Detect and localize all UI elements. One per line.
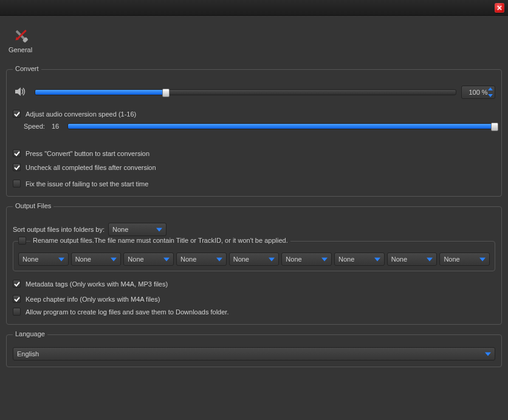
group-language: Language English <box>6 334 502 367</box>
fix-start-time-checkbox[interactable] <box>13 180 21 188</box>
volume-spin-up[interactable] <box>488 87 493 90</box>
tab-general[interactable]: General <box>9 27 32 53</box>
rename-placeholder-value: None <box>128 256 143 263</box>
speed-slider[interactable] <box>67 123 495 129</box>
chevron-down-icon <box>427 258 433 262</box>
sort-label: Sort output files into folders by: <box>13 226 105 233</box>
volume-slider[interactable] <box>35 89 456 95</box>
rename-placeholder-1[interactable]: None <box>18 252 69 266</box>
sort-row: Sort output files into folders by: None <box>13 223 495 236</box>
rename-placeholder-2[interactable]: None <box>71 252 122 266</box>
chevron-down-icon <box>269 258 275 262</box>
speed-value: 16 <box>52 123 64 130</box>
chapter-row: Keep chapter info (Only works with M4A f… <box>13 295 495 303</box>
sort-dropdown[interactable]: None <box>108 223 166 236</box>
volume-value: 100 % <box>469 89 487 96</box>
rename-placeholder-value: None <box>180 256 196 263</box>
logfiles-label: Allow program to create log files and sa… <box>26 308 228 316</box>
rename-placeholder-4[interactable]: None <box>176 252 227 266</box>
adjust-speed-row: Adjust audio conversion speed (1-16) <box>13 110 495 118</box>
rename-placeholder-value: None <box>75 256 91 263</box>
group-convert-title: Convert <box>13 65 41 72</box>
group-output: Output Files Sort output files into fold… <box>6 206 502 325</box>
rename-placeholder-value: None <box>391 256 407 263</box>
metadata-label: Metadata tags (Only works with M4A, MP3 … <box>26 280 168 288</box>
volume-slider-thumb[interactable] <box>162 89 170 97</box>
adjust-speed-checkbox[interactable] <box>13 110 21 118</box>
logfiles-row: Allow program to create log files and sa… <box>13 308 495 316</box>
rename-placeholder-value: None <box>22 256 38 263</box>
content-area: General Convert 100 % Adjust audio <box>0 16 508 367</box>
rename-checkbox[interactable] <box>18 237 26 245</box>
titlebar <box>0 0 508 16</box>
rename-label: Rename output files.The file name must c… <box>33 237 288 244</box>
metadata-row: Metadata tags (Only works with M4A, MP3 … <box>13 280 495 288</box>
chevron-down-icon <box>479 258 486 262</box>
logfiles-checkbox[interactable] <box>13 308 21 316</box>
uncheck-completed-label: Uncheck all completed files after conver… <box>26 164 156 171</box>
volume-value-box[interactable]: 100 % <box>461 86 495 99</box>
chevron-down-icon <box>58 258 64 262</box>
uncheck-completed-row: Uncheck all completed files after conver… <box>13 163 495 171</box>
language-dropdown[interactable]: English <box>13 347 495 361</box>
fix-start-time-row: Fix the issue of failing to set the star… <box>13 180 495 188</box>
chevron-down-icon <box>111 258 117 262</box>
tools-icon <box>11 27 30 44</box>
chevron-down-icon <box>156 228 162 232</box>
group-output-title: Output Files <box>13 202 53 209</box>
chevron-down-icon <box>485 353 491 356</box>
tabs: General <box>6 22 502 59</box>
language-value: English <box>17 350 39 357</box>
speed-label: Speed: <box>24 123 48 130</box>
volume-spin-down[interactable] <box>488 94 493 97</box>
rename-placeholder-value: None <box>338 256 354 263</box>
rename-placeholder-6[interactable]: None <box>281 252 332 266</box>
rename-placeholder-value: None <box>286 256 301 263</box>
chevron-down-icon <box>163 258 170 262</box>
rename-placeholder-3[interactable]: None <box>123 252 174 266</box>
svg-marker-4 <box>15 87 21 96</box>
press-convert-label: Press "Convert" button to start conversi… <box>26 150 149 157</box>
rename-placeholder-7[interactable]: None <box>334 252 385 266</box>
chevron-down-icon <box>216 258 222 262</box>
rename-group: Rename output files.The file name must c… <box>13 241 495 271</box>
chapter-label: Keep chapter info (Only works with M4A f… <box>26 296 160 303</box>
metadata-checkbox[interactable] <box>13 280 21 288</box>
rename-placeholder-9[interactable]: None <box>439 252 490 266</box>
volume-icon <box>15 87 26 98</box>
speed-slider-thumb[interactable] <box>491 123 498 131</box>
rename-placeholder-value: None <box>444 256 459 263</box>
chevron-down-icon <box>374 258 380 262</box>
press-convert-checkbox[interactable] <box>13 149 21 157</box>
chevron-down-icon <box>321 258 328 262</box>
chapter-checkbox[interactable] <box>13 295 21 303</box>
rename-placeholder-5[interactable]: None <box>229 252 280 266</box>
rename-placeholder-value: None <box>233 256 249 263</box>
rename-placeholders-row: NoneNoneNoneNoneNoneNoneNoneNoneNone <box>18 252 490 266</box>
speed-row: Speed: 16 <box>13 123 495 130</box>
press-convert-row: Press "Convert" button to start conversi… <box>13 149 495 157</box>
group-language-title: Language <box>13 330 47 337</box>
close-button[interactable] <box>495 3 504 13</box>
adjust-speed-label: Adjust audio conversion speed (1-16) <box>26 110 136 118</box>
tab-general-label: General <box>9 46 32 53</box>
fix-start-time-label: Fix the issue of failing to set the star… <box>26 180 148 188</box>
uncheck-completed-checkbox[interactable] <box>13 163 21 171</box>
sort-value: None <box>112 226 128 233</box>
close-icon <box>497 5 502 10</box>
group-convert: Convert 100 % Adjust audio conversion sp… <box>6 69 502 197</box>
volume-row: 100 % <box>13 86 495 99</box>
rename-placeholder-8[interactable]: None <box>387 252 438 266</box>
